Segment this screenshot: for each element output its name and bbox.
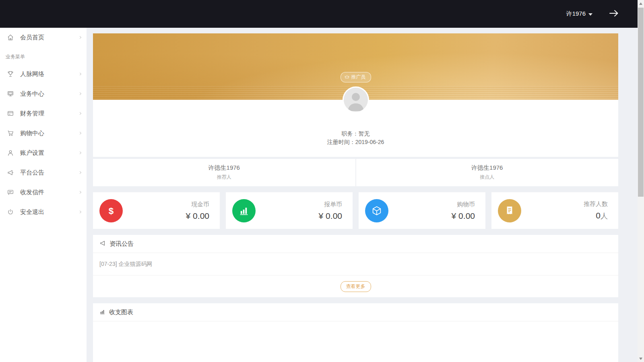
scroll-down-button[interactable] [638,355,644,362]
referrer-cell: 许德生1976 推荐人 [93,159,355,186]
chart-body [93,321,618,362]
sidebar-item-finance[interactable]: 财务管理 [0,104,87,123]
stat-amount: 0 [596,211,601,220]
chevron-right-icon [78,210,81,213]
register-time-text: 注册时间：2019-06-26 [93,138,618,146]
profile-card: 推广员 职务：暂无 注册时间：2019-06-26 [93,33,618,157]
sidebar-section-label: 业务菜单 [0,47,87,64]
chevron-right-icon [78,92,81,95]
sidebar-item-shopping[interactable]: 购物中心 [0,123,87,143]
stat-label: 推荐人数 [584,200,608,208]
megaphone-icon [99,240,106,248]
trophy-icon [7,70,14,78]
contact-role-label: 接点人 [356,174,619,181]
stat-label: 报单币 [319,201,342,208]
notice-footer: 查看更多 [93,276,618,297]
scroll-up-button[interactable] [638,0,644,7]
sidebar-item-label: 账户设置 [20,149,44,157]
sidebar-item-label: 业务中心 [20,90,44,98]
power-icon [7,208,14,216]
chevron-right-icon [78,112,81,115]
sidebar-item-member-home[interactable]: 会员首页 [0,28,87,47]
referrer-name: 许德生1976 [93,164,355,172]
chevron-right-icon [78,72,81,75]
stat-value: ¥ 0.00 [452,211,475,221]
sidebar-item-label: 收发信件 [20,189,44,196]
stat-label: 现金币 [186,201,209,208]
sidebar: 会员首页 业务菜单 人脉网络 业务中心 财务管理 [0,28,87,362]
triangle-down-icon [639,358,642,360]
sidebar-item-label: 购物中心 [20,130,44,137]
sidebar-item-business-center[interactable]: 业务中心 [0,84,87,103]
stat-amount: ¥ 0.00 [319,211,342,220]
bar-chart-icon [99,309,106,316]
sidebar-item-account-settings[interactable]: 账户设置 [0,143,87,162]
chevron-right-icon [78,132,81,134]
svg-text:$: $ [109,206,114,216]
member-level-badge[interactable]: 推广员 [341,72,371,82]
stat-text: 现金币 ¥ 0.00 [186,201,209,221]
scrollbar-thumb[interactable] [638,8,644,197]
chevron-right-icon [78,36,81,39]
stat-amount: ¥ 0.00 [452,211,475,220]
stat-value: ¥ 0.00 [186,211,209,221]
stats-row: $ 现金币 ¥ 0.00 报单币 ¥ 0.00 [93,192,618,229]
triangle-up-icon [639,2,642,5]
stat-text: 购物币 ¥ 0.00 [452,201,475,221]
stat-card-referrals: 推荐人数 0人 [491,192,618,229]
home-icon [7,34,14,41]
crown-icon [345,74,349,80]
member-level-label: 推广员 [351,74,366,80]
main-content: 推广员 职务：暂无 注册时间：2019-06-26 许德生1976 推荐人 许德… [87,28,638,362]
stat-value: 0人 [584,211,608,221]
notice-title: 资讯公告 [109,240,134,248]
credit-card-icon [7,110,14,117]
sidebar-item-logout[interactable]: 安全退出 [0,202,87,222]
sidebar-item-mail[interactable]: 收发信件 [0,183,87,202]
sidebar-item-label: 平台公告 [20,169,44,177]
top-bar: 许1976 [0,0,638,28]
monitor-icon [7,90,14,97]
stat-label: 购物币 [452,201,475,208]
chevron-right-icon [78,191,81,193]
view-more-button[interactable]: 查看更多 [341,281,371,292]
stat-unit: 人 [601,212,608,220]
stat-amount: ¥ 0.00 [186,211,209,220]
sidebar-item-label: 会员首页 [20,34,44,41]
stat-text: 报单币 ¥ 0.00 [319,201,342,221]
sidebar-item-label: 财务管理 [20,110,44,117]
stat-card-orders: 报单币 ¥ 0.00 [226,192,353,229]
stat-value: ¥ 0.00 [319,211,342,221]
app-window: 许1976 会员首页 业务菜单 人脉网络 [0,0,638,362]
bar-chart-icon [232,199,256,222]
cube-icon [365,199,388,222]
dollar-icon: $ [99,199,123,222]
sidebar-item-label: 安全退出 [20,208,44,216]
relations-row: 许德生1976 推荐人 许德生1976 接点人 [93,159,618,186]
stat-card-cash: $ 现金币 ¥ 0.00 [93,192,220,229]
position-text: 职务：暂无 [93,130,618,138]
referrer-role-label: 推荐人 [93,174,355,181]
arrow-right-icon [609,9,619,19]
contact-name: 许德生1976 [356,164,619,172]
notice-list-item[interactable]: [07-23] 企业猫源码网 [93,253,618,276]
cart-icon [7,130,14,137]
sidebar-item-network[interactable]: 人脉网络 [0,64,87,84]
logout-arrow-button[interactable] [609,9,619,19]
chart-title: 收支图表 [109,309,133,316]
user-icon [7,149,14,156]
chart-header: 收支图表 [93,303,618,321]
stat-text: 推荐人数 0人 [584,200,608,221]
chevron-right-icon [78,171,81,174]
sidebar-item-label: 人脉网络 [20,70,44,78]
notice-card: 资讯公告 [07-23] 企业猫源码网 查看更多 [93,235,618,297]
chevron-right-icon [78,151,81,154]
contact-cell: 许德生1976 接点人 [356,159,619,186]
sidebar-item-announcements[interactable]: 平台公告 [0,163,87,182]
chart-card: 收支图表 [93,303,618,362]
user-dropdown[interactable]: 许1976 [566,10,592,18]
avatar[interactable] [343,86,369,113]
vertical-scrollbar[interactable] [638,0,644,362]
receipt-icon [498,199,521,222]
message-icon [7,189,14,196]
